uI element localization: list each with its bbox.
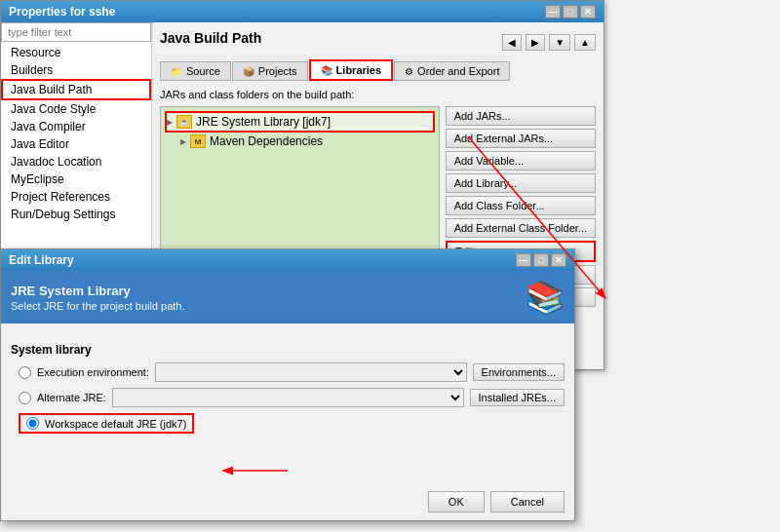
libraries-tab-icon: 📚 bbox=[321, 65, 332, 76]
workspace-jre-highlight: Workspace default JRE (jdk7) bbox=[19, 413, 194, 434]
alt-jre-label: Alternate JRE: bbox=[37, 392, 106, 403]
environments-button[interactable]: Environments... bbox=[473, 363, 565, 381]
dialog-header: JRE System Library Select JRE for the pr… bbox=[1, 271, 574, 323]
add-library-button[interactable]: Add Library... bbox=[446, 173, 596, 193]
sidebar-item-java-code-style[interactable]: Java Code Style bbox=[1, 100, 151, 118]
system-library-label: System library bbox=[11, 343, 565, 357]
dialog-footer: OK Cancel bbox=[428, 491, 565, 513]
maven-dependencies-item[interactable]: ▶ M Maven Dependencies bbox=[165, 133, 435, 150]
dialog-header-subtitle: Select JRE for the project build path. bbox=[11, 300, 185, 312]
dialog-header-text: JRE System Library Select JRE for the pr… bbox=[11, 284, 185, 312]
main-titlebar: Properties for sshe — □ ✕ bbox=[1, 1, 604, 22]
jre-system-library-label: JRE System Library [jdk7] bbox=[196, 115, 331, 129]
right-panel-header: Java Build Path ◀ ▶ ▼ ▲ bbox=[160, 30, 596, 54]
tab-libraries[interactable]: 📚 Libraries bbox=[309, 59, 393, 81]
edit-dialog-title: Edit Library bbox=[9, 253, 74, 267]
projects-tab-icon: 📦 bbox=[243, 66, 254, 77]
tab-order-label: Order and Export bbox=[417, 65, 499, 77]
maximize-btn[interactable]: □ bbox=[563, 5, 578, 19]
edit-maximize-btn[interactable]: □ bbox=[533, 253, 549, 267]
sidebar-item-java-editor[interactable]: Java Editor bbox=[1, 135, 151, 153]
sidebar-item-project-references[interactable]: Project References bbox=[1, 188, 151, 206]
maven-icon: M bbox=[190, 134, 206, 148]
add-variable-button[interactable]: Add Variable... bbox=[446, 151, 596, 171]
nav-down-btn[interactable]: ▼ bbox=[549, 34, 570, 51]
exec-env-row: Execution environment: Environments... bbox=[19, 362, 565, 382]
maven-expand-arrow: ▶ bbox=[180, 137, 186, 146]
minimize-btn[interactable]: — bbox=[545, 5, 561, 19]
edit-minimize-btn[interactable]: — bbox=[516, 253, 531, 267]
tab-projects-label: Projects bbox=[258, 65, 297, 77]
libraries-description: JARs and class folders on the build path… bbox=[160, 89, 596, 100]
dialog-ok-button[interactable]: OK bbox=[428, 491, 485, 513]
panel-title: Java Build Path bbox=[160, 30, 261, 46]
dialog-main-content: System library Execution environment: En… bbox=[1, 333, 574, 443]
order-tab-icon: ⚙ bbox=[405, 66, 413, 77]
maven-dependencies-label: Maven Dependencies bbox=[210, 134, 323, 148]
exec-env-select[interactable] bbox=[155, 362, 467, 382]
dialog-cancel-button[interactable]: Cancel bbox=[490, 491, 565, 513]
installed-jres-button[interactable]: Installed JREs... bbox=[470, 389, 565, 406]
edit-dialog-controls: — □ ✕ bbox=[516, 253, 566, 267]
alt-jre-row: Alternate JRE: Installed JREs... bbox=[19, 388, 565, 407]
sidebar-item-myeclipse[interactable]: MyEclipse bbox=[1, 171, 151, 188]
nav-arrows: ◀ ▶ ▼ ▲ bbox=[502, 34, 596, 51]
workspace-jre-row: Workspace default JRE (jdk7) bbox=[19, 413, 565, 434]
books-icon: 📚 bbox=[526, 279, 565, 316]
sidebar-item-java-build-path[interactable]: Java Build Path bbox=[1, 79, 151, 100]
filter-input[interactable] bbox=[1, 22, 151, 42]
alt-jre-select[interactable] bbox=[112, 388, 464, 407]
jre-icon: ☕ bbox=[176, 115, 192, 129]
sidebar-item-run-debug-settings[interactable]: Run/Debug Settings bbox=[1, 206, 151, 223]
tab-order-export[interactable]: ⚙ Order and Export bbox=[394, 61, 510, 81]
tabs-row: 📁 Source 📦 Projects 📚 Libraries ⚙ Order … bbox=[160, 59, 596, 81]
nav-tree: Resource Builders Java Build Path Java C… bbox=[1, 42, 151, 225]
sidebar-item-javadoc-location[interactable]: Javadoc Location bbox=[1, 153, 151, 171]
add-class-folder-button[interactable]: Add Class Folder... bbox=[446, 196, 596, 215]
add-jars-button[interactable]: Add JARs... bbox=[446, 106, 596, 126]
libraries-area: JARs and class folders on the build path… bbox=[160, 89, 596, 100]
sidebar-item-builders[interactable]: Builders bbox=[1, 61, 151, 79]
radio-group: Execution environment: Environments... A… bbox=[11, 362, 565, 434]
close-btn[interactable]: ✕ bbox=[580, 5, 596, 19]
edit-close-btn[interactable]: ✕ bbox=[551, 253, 566, 267]
workspace-jre-label: Workspace default JRE (jdk7) bbox=[45, 418, 186, 430]
sidebar-item-java-compiler[interactable]: Java Compiler bbox=[1, 118, 151, 135]
add-external-jars-button[interactable]: Add External JARs... bbox=[446, 129, 596, 148]
main-window-controls: — □ ✕ bbox=[545, 5, 596, 19]
alt-jre-radio[interactable] bbox=[19, 392, 31, 404]
edit-dialog-titlebar: Edit Library — □ ✕ bbox=[1, 249, 574, 271]
source-tab-icon: 📁 bbox=[171, 66, 182, 77]
workspace-jre-radio[interactable] bbox=[26, 417, 39, 430]
nav-up-btn[interactable]: ▲ bbox=[574, 34, 596, 51]
exec-env-label: Execution environment: bbox=[37, 366, 149, 378]
sidebar-item-resource[interactable]: Resource bbox=[1, 44, 151, 61]
exec-env-radio[interactable] bbox=[19, 366, 31, 379]
jre-system-library-item[interactable]: ▶ ☕ JRE System Library [jdk7] bbox=[165, 111, 435, 133]
tab-source[interactable]: 📁 Source bbox=[160, 61, 231, 81]
edit-library-dialog: Edit Library — □ ✕ JRE System Library Se… bbox=[0, 248, 575, 521]
nav-back-btn[interactable]: ◀ bbox=[502, 34, 522, 51]
tab-projects[interactable]: 📦 Projects bbox=[232, 61, 308, 81]
nav-forward-btn[interactable]: ▶ bbox=[526, 34, 545, 51]
add-external-class-folder-button[interactable]: Add External Class Folder... bbox=[446, 218, 596, 238]
tab-source-label: Source bbox=[186, 65, 220, 77]
tab-libraries-label: Libraries bbox=[336, 64, 381, 76]
jre-expand-arrow: ▶ bbox=[167, 118, 173, 127]
dialog-header-title: JRE System Library bbox=[11, 284, 185, 298]
main-window-title: Properties for sshe bbox=[9, 5, 115, 19]
